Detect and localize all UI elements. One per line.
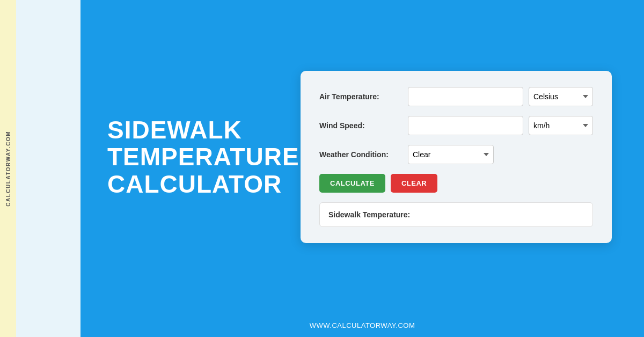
main-content: SIDEWALK TEMPERATURE CALCULATOR Air Temp…: [80, 0, 644, 337]
calculate-button[interactable]: CALCULATE: [319, 174, 385, 193]
weather-condition-label: Weather Condition:: [319, 150, 408, 159]
weather-condition-select[interactable]: Clear Cloudy Snow Rain: [408, 145, 494, 164]
calculator-card: Air Temperature: Celsius Fahrenheit Wind…: [301, 71, 612, 243]
footer: WWW.CALCULATORWAY.COM: [80, 314, 644, 337]
wind-speed-unit-select[interactable]: km/h mph m/s: [529, 116, 593, 135]
content-area: SIDEWALK TEMPERATURE CALCULATOR Air Temp…: [80, 0, 644, 314]
clear-button[interactable]: CLEAR: [391, 174, 437, 193]
air-temperature-row: Air Temperature: Celsius Fahrenheit: [319, 87, 593, 106]
weather-condition-row: Weather Condition: Clear Cloudy Snow Rai…: [319, 145, 593, 164]
wind-speed-row: Wind Speed: km/h mph m/s: [319, 116, 593, 135]
wind-speed-label: Wind Speed:: [319, 121, 408, 130]
temperature-unit-select[interactable]: Celsius Fahrenheit: [529, 87, 593, 106]
result-row: Sidewalk Temperature:: [319, 202, 593, 227]
footer-url: WWW.CALCULATORWAY.COM: [310, 321, 415, 329]
air-temperature-input[interactable]: [408, 87, 523, 106]
buttons-row: CALCULATE CLEAR: [319, 174, 593, 193]
white-sidebar-strip: [16, 0, 80, 337]
yellow-strip: CALCULATORWAY.COM: [0, 0, 16, 337]
result-label: Sidewalk Temperature:: [328, 210, 541, 219]
air-temperature-label: Air Temperature:: [319, 92, 408, 101]
page-title: SIDEWALK TEMPERATURE CALCULATOR: [107, 116, 268, 198]
wind-speed-input[interactable]: [408, 116, 523, 135]
site-name-vertical: CALCULATORWAY.COM: [5, 131, 11, 207]
title-section: SIDEWALK TEMPERATURE CALCULATOR: [107, 116, 268, 198]
